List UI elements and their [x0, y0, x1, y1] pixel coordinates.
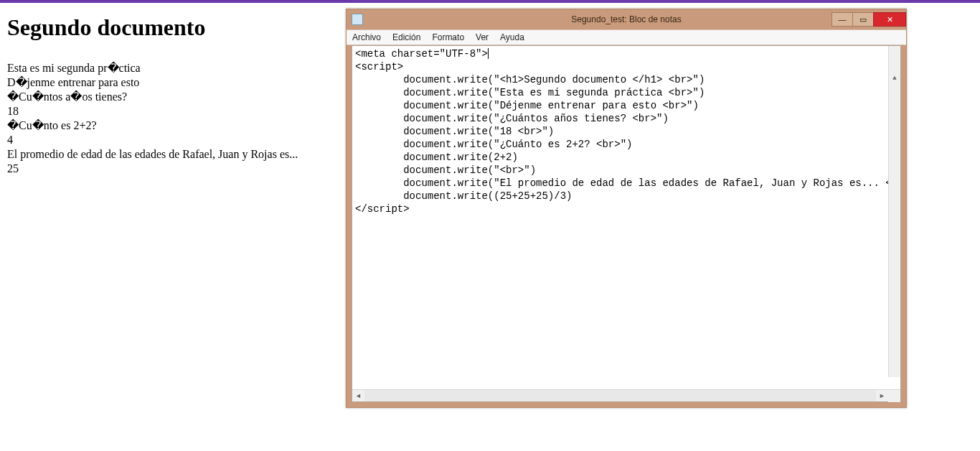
output-line: �Cu�nto es 2+2? [7, 118, 330, 133]
code-line: document.write("Déjenme entrenar para es… [355, 100, 699, 111]
output-line: El promedio de edad de las edades de Raf… [7, 147, 330, 162]
scroll-track[interactable] [364, 390, 876, 401]
menu-help[interactable]: Ayuda [494, 29, 530, 45]
horizontal-scrollbar[interactable]: ◄ ► [352, 389, 900, 401]
editor-area: <meta charset="UTF-8"> <script> document… [352, 45, 901, 402]
code-line: </script> [355, 203, 410, 215]
notepad-window: Segundo_test: Bloc de notas — ▭ ✕ Archiv… [346, 9, 907, 408]
page-heading: Segundo documento [7, 14, 330, 41]
maximize-button[interactable]: ▭ [852, 12, 874, 27]
code-line: document.write("¿Cuántos años tienes? <b… [355, 113, 669, 124]
menubar: Archivo Edición Formato Ver Ayuda [347, 29, 906, 45]
window-controls: — ▭ ✕ [832, 12, 906, 27]
window-title: Segundo_test: Bloc de notas [347, 14, 906, 24]
code-line: document.write("¿Cuánto es 2+2? <br>") [355, 139, 632, 150]
scroll-corner [888, 390, 900, 402]
output-line: 25 [7, 162, 330, 176]
scroll-right-icon[interactable]: ► [876, 392, 888, 399]
code-line: document.write("Esta es mi segunda práct… [355, 87, 705, 98]
code-line: document.write("18 <br>") [355, 126, 554, 137]
code-line: <meta charset="UTF-8"> [355, 48, 488, 60]
minimize-button[interactable]: — [831, 12, 853, 27]
browser-top-accent [0, 0, 980, 3]
output-line: 4 [7, 133, 330, 147]
code-line: document.write("El promedio de edad de l… [355, 177, 900, 189]
output-line: Esta es mi segunda pr�ctica [7, 61, 330, 75]
menu-format[interactable]: Formato [426, 29, 470, 45]
vertical-scrollbar[interactable]: ▲ [888, 46, 900, 377]
code-line: document.write(2+2) [355, 152, 518, 163]
editor-content[interactable]: <meta charset="UTF-8"> <script> document… [352, 46, 900, 389]
code-line: document.write("<br>") [355, 164, 536, 176]
menu-edit[interactable]: Edición [387, 29, 426, 45]
scroll-up-icon[interactable]: ▲ [889, 72, 900, 84]
titlebar[interactable]: Segundo_test: Bloc de notas — ▭ ✕ [347, 9, 906, 29]
code-line: document.write("<h1>Segundo documento </… [355, 74, 705, 85]
close-button[interactable]: ✕ [873, 12, 906, 27]
output-line: 18 [7, 104, 330, 118]
browser-output-area: Segundo documento Esta es mi segunda pr�… [7, 14, 330, 176]
scroll-left-icon[interactable]: ◄ [352, 392, 364, 399]
menu-file[interactable]: Archivo [347, 29, 387, 45]
code-line: <script> [355, 61, 403, 73]
notepad-icon [352, 14, 363, 25]
menu-view[interactable]: Ver [470, 29, 494, 45]
text-caret [488, 48, 489, 59]
code-line: document.write((25+25+25)/3) [355, 190, 572, 202]
output-line: �Cu�ntos a�os tienes? [7, 90, 330, 104]
output-line: D�jenme entrenar para esto [7, 75, 330, 90]
